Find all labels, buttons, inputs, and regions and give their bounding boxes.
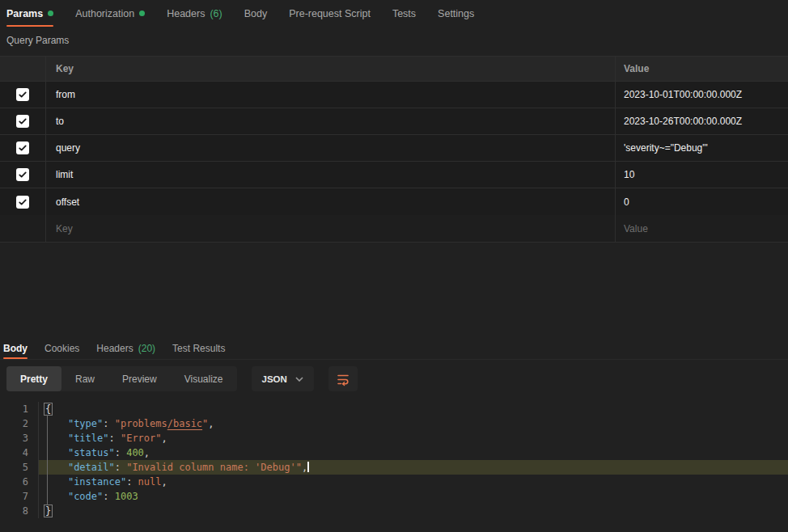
param-key-cell[interactable]: to <box>46 108 615 134</box>
code-line-content: "detail": "Invalid column name: 'Debug'"… <box>39 460 788 475</box>
code-area[interactable]: 1{2 "type": "problems/basic",3 "title": … <box>0 402 788 518</box>
response-tab-body-label: Body <box>3 343 28 354</box>
code-token: : <box>115 447 126 458</box>
response-tab-cookies-label: Cookies <box>44 343 79 354</box>
code-token: "Invalid column name: 'Debug'" <box>126 462 302 473</box>
line-number: 3 <box>0 431 39 445</box>
code-token: : <box>103 418 114 429</box>
param-checkbox-cell <box>0 162 46 188</box>
tab-pre-request-script[interactable]: Pre-request Script <box>289 0 371 27</box>
tab-headers[interactable]: Headers (6) <box>167 0 222 27</box>
param-checkbox[interactable] <box>16 168 29 181</box>
tab-body[interactable]: Body <box>244 0 268 27</box>
response-tab-cookies[interactable]: Cookies <box>44 337 79 359</box>
query-params-heading: Query Params <box>0 27 788 56</box>
param-key-cell[interactable]: query <box>46 135 615 161</box>
code-token: "problems <box>115 418 167 429</box>
param-row: limit10 <box>0 162 788 188</box>
code-line[interactable]: 2 "type": "problems/basic", <box>0 416 788 431</box>
new-param-row: Key Value <box>0 215 788 242</box>
format-selector-value: JSON <box>262 374 287 384</box>
param-value-input[interactable]: Value <box>615 215 788 242</box>
response-toolbar: Pretty Raw Preview Visualize JSON <box>0 360 788 398</box>
code-token: "code" <box>68 491 103 502</box>
param-checkbox[interactable] <box>16 141 29 154</box>
value-column-header: Value <box>615 57 788 81</box>
text-cursor <box>307 462 309 472</box>
tab-pre-request-script-label: Pre-request Script <box>289 8 371 19</box>
view-mode-switcher: Pretty Raw Preview Visualize <box>6 366 237 391</box>
code-token: : <box>103 491 114 502</box>
code-line[interactable]: 8} <box>0 504 788 518</box>
code-token: /basic <box>167 418 202 429</box>
code-token <box>44 418 68 429</box>
code-token <box>44 476 68 488</box>
code-token <box>44 447 68 458</box>
param-value-cell[interactable]: 2023-10-01T00:00:00.000Z <box>615 82 788 108</box>
param-value-cell[interactable]: 10 <box>615 162 788 188</box>
response-tab-test-results[interactable]: Test Results <box>172 337 225 359</box>
headers-count-badge: (6) <box>210 8 222 19</box>
tab-settings-label: Settings <box>438 8 474 19</box>
tab-authorization[interactable]: Authorization <box>75 0 145 27</box>
param-key-cell[interactable]: offset <box>46 188 615 215</box>
view-mode-pretty[interactable]: Pretty <box>6 366 61 391</box>
wrap-text-button[interactable] <box>328 366 358 391</box>
param-value-cell[interactable]: 0 <box>615 188 788 215</box>
param-checkbox[interactable] <box>16 115 29 128</box>
tab-params[interactable]: Params <box>6 0 53 27</box>
code-line-content: "status": 400, <box>39 445 788 460</box>
code-token: , <box>162 433 167 444</box>
tab-tests-label: Tests <box>392 8 416 19</box>
param-row: to2023-10-26T00:00:00.000Z <box>0 108 788 135</box>
code-token: { <box>44 403 52 415</box>
code-token: 1003 <box>115 491 138 502</box>
code-line-content: "code": 1003 <box>39 489 788 504</box>
code-token: "instance" <box>68 476 126 488</box>
table-header-row: Key Value <box>0 57 788 82</box>
param-checkbox-cell <box>0 108 46 134</box>
code-line-content: "instance": null, <box>39 475 788 489</box>
code-token <box>44 433 68 444</box>
code-line[interactable]: 1{ <box>0 402 788 416</box>
code-token: : <box>108 433 120 444</box>
header-checkbox-cell <box>0 57 46 81</box>
param-key-cell[interactable]: from <box>46 82 615 108</box>
bracket-guide-line <box>47 415 48 505</box>
response-tab-test-results-label: Test Results <box>172 343 225 354</box>
tab-settings[interactable]: Settings <box>438 0 474 27</box>
view-mode-raw[interactable]: Raw <box>61 366 108 391</box>
param-row: from2023-10-01T00:00:00.000Z <box>0 82 788 108</box>
tab-body-label: Body <box>244 8 268 19</box>
view-mode-preview[interactable]: Preview <box>108 366 171 391</box>
param-checkbox[interactable] <box>16 196 29 209</box>
view-mode-visualize[interactable]: Visualize <box>171 366 237 391</box>
tab-tests[interactable]: Tests <box>392 0 416 27</box>
code-line[interactable]: 3 "title": "Error", <box>0 431 788 445</box>
chevron-down-icon <box>295 377 303 382</box>
param-value-cell[interactable]: 2023-10-26T00:00:00.000Z <box>615 108 788 134</box>
param-checkbox[interactable] <box>16 88 29 101</box>
param-checkbox-cell <box>0 82 46 108</box>
key-column-header: Key <box>46 57 615 81</box>
tab-headers-label: Headers <box>167 8 205 19</box>
response-tab-headers[interactable]: Headers (20) <box>96 337 155 359</box>
query-params-table: Key Value from2023-10-01T00:00:00.000Zto… <box>0 56 788 243</box>
param-key-input[interactable]: Key <box>46 215 615 242</box>
code-line[interactable]: 7 "code": 1003 <box>0 489 788 504</box>
param-value-cell[interactable]: 'severity~="Debug"' <box>615 135 788 161</box>
line-number: 8 <box>0 504 39 518</box>
param-key-cell[interactable]: limit <box>46 162 615 188</box>
param-checkbox-cell <box>0 215 46 242</box>
line-number: 1 <box>0 402 39 416</box>
response-headers-count-badge: (20) <box>138 343 155 354</box>
code-line[interactable]: 5 "detail": "Invalid column name: 'Debug… <box>0 460 788 475</box>
code-line[interactable]: 6 "instance": null, <box>0 475 788 489</box>
code-token: : <box>115 462 126 473</box>
code-token: } <box>44 505 52 517</box>
param-row: query'severity~="Debug"' <box>0 135 788 162</box>
code-line[interactable]: 4 "status": 400, <box>0 445 788 460</box>
format-selector-dropdown[interactable]: JSON <box>252 366 314 391</box>
code-token: 400 <box>126 447 144 458</box>
response-tab-body[interactable]: Body <box>3 337 28 359</box>
